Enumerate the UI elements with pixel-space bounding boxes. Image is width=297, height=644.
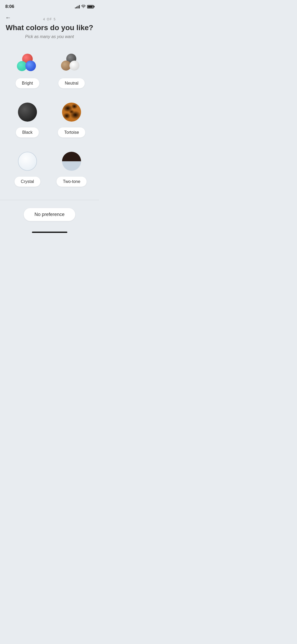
neutral-icon-container [60,52,83,73]
two-tone-icon-container [60,151,83,172]
bright-icon-container [16,52,39,73]
wifi-icon [81,4,86,9]
two-tone-label: Two-tone [56,177,87,187]
neutral-spheres-icon [61,54,82,72]
crystal-circle-icon [18,152,37,171]
bright-label: Bright [16,78,39,88]
light-gray-sphere [69,61,79,71]
no-preference-button[interactable]: No preference [24,208,75,221]
tortoise-option[interactable]: Tortoise [52,102,91,137]
crystal-icon-container [16,151,39,172]
neutral-label: Neutral [58,78,85,88]
tortoise-icon-container [60,102,83,123]
page-subtitle: Pick as many as you want [5,34,94,39]
two-tone-option[interactable]: Two-tone [52,151,91,187]
bright-option[interactable]: Bright [8,52,47,88]
two-tone-top [62,152,81,161]
svg-point-0 [83,7,84,8]
back-button[interactable]: ← [5,14,11,21]
status-icons [75,4,94,9]
color-options-grid: Bright Neutral Black Tortoise [0,44,99,187]
no-preference-container: No preference [0,208,99,229]
home-bar [32,232,67,233]
section-divider [0,200,99,200]
page-title: What colors do you like? [5,23,94,32]
signal-icon [75,5,80,8]
tortoise-circle-icon [62,103,81,122]
tortoise-pattern [62,103,81,122]
tortoise-label: Tortoise [58,127,85,137]
black-option[interactable]: Black [8,102,47,137]
black-label: Black [16,127,39,137]
two-tone-bottom [62,161,81,171]
home-indicator [0,229,99,235]
status-bar: 8:06 [0,0,99,12]
black-circle-icon [18,103,37,122]
two-tone-circle-icon [62,152,81,171]
status-time: 8:06 [5,4,14,9]
neutral-option[interactable]: Neutral [52,52,91,88]
black-icon-container [16,102,39,123]
step-indicator: 4 OF 5 [5,14,94,21]
blue-sphere [25,61,36,71]
crystal-option[interactable]: Crystal [8,151,47,187]
page-header: ← 4 OF 5 What colors do you like? Pick a… [0,12,99,39]
crystal-label: Crystal [15,177,40,187]
bright-spheres-icon [17,54,38,72]
battery-icon [87,5,94,8]
